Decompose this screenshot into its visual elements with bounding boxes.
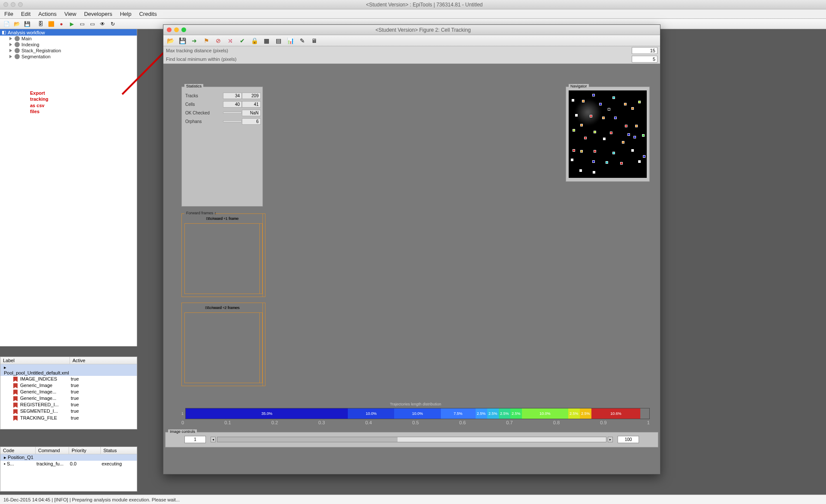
tree-item[interactable]: Segmentation — [0, 54, 137, 60]
param-input[interactable]: 15 — [632, 47, 657, 54]
statusbar: 16-Dec-2015 14:04:45 | [INFO] | Preparin… — [0, 495, 826, 504]
save-icon[interactable]: 💾 — [23, 20, 31, 28]
label-row-selected[interactable]: ▸ Pool_pool_Untitled_default.xml — [0, 364, 137, 376]
frame-lo-input[interactable]: 1 — [184, 436, 206, 443]
code-header: Code Command Priority Status — [0, 447, 137, 454]
fig-lock-icon[interactable]: 🔒 — [250, 36, 259, 45]
menu-edit[interactable]: Edit — [21, 11, 30, 17]
menu-help[interactable]: Help — [120, 11, 132, 17]
label-row[interactable]: TRACKING_FILEtrue — [0, 415, 137, 421]
menu-developers[interactable]: Developers — [84, 11, 112, 17]
fig-save-icon[interactable]: 💾 — [178, 36, 187, 45]
slider-right-arrow[interactable]: ▸ — [608, 437, 613, 442]
figure-toolbar: 📂 💾 ➜ ⚑ ⊘ ⤭ ✔ 🔒 ▦ ▤ 📊 ✎ 🖥 — [163, 35, 660, 46]
frame-slider[interactable] — [217, 437, 606, 442]
forward-frames-box: Forward frames Forward +1 frame — [181, 213, 265, 297]
menu-view[interactable]: View — [64, 11, 76, 17]
refresh-icon[interactable]: ↻ — [109, 20, 117, 28]
figure-params: Max tracking distance (pixels)15Find loc… — [163, 46, 660, 64]
label-row[interactable]: SEGMENTED_I...true — [0, 408, 137, 414]
label-row[interactable]: IMAGE_INDICEStrue — [0, 376, 137, 382]
label-row[interactable]: Generic_Image...true — [0, 395, 137, 402]
code-panel: Code Command Priority Status ▸ Position_… — [0, 447, 137, 492]
db-icon[interactable]: 🗄 — [37, 20, 45, 28]
fig-screen-icon[interactable]: 🖥 — [310, 36, 319, 45]
window1-icon[interactable]: ▭ — [78, 20, 86, 28]
label-panel: Label Active ▸ Pool_pool_Untitled_defaul… — [0, 357, 137, 429]
eye-icon[interactable]: 👁 — [99, 20, 106, 28]
fig-export-icon[interactable]: ➜ — [190, 36, 199, 45]
code-row-selected[interactable]: ▸ Position_Q1 — [0, 454, 137, 461]
figure-traffic[interactable] — [167, 27, 186, 32]
label-row[interactable]: Generic_Image...true — [0, 389, 137, 395]
forward-frames-box-2: Forward +2 frames — [181, 303, 265, 386]
fig-open-icon[interactable]: 📂 — [166, 36, 175, 45]
tree-item[interactable]: Main — [0, 36, 137, 42]
label-row[interactable]: REGISTERED_I...true — [0, 402, 137, 408]
figure-titlebar: <Student Version> Figure 2: Cell Trackin… — [163, 25, 660, 35]
fig-flag-icon[interactable]: ⚑ — [202, 36, 211, 45]
param-input[interactable]: 5 — [632, 56, 657, 63]
open-icon[interactable]: 📂 — [13, 20, 21, 28]
figure-window: <Student Version> Figure 2: Cell Trackin… — [163, 24, 660, 474]
fig-grid2-icon[interactable]: ▤ — [274, 36, 283, 45]
image-controls: Image controls 1 ◂ ▸ 100 — [165, 432, 658, 447]
menu-credits[interactable]: Credits — [139, 11, 157, 17]
slider-left-arrow[interactable]: ◂ — [211, 437, 216, 442]
menu-file[interactable]: File — [4, 11, 13, 17]
navigator-box: Navigator — [566, 87, 650, 182]
new-icon[interactable]: 📄 — [3, 20, 10, 28]
fig-chart-icon[interactable]: 📊 — [286, 36, 295, 45]
tree-item[interactable]: Stack_Registration — [0, 48, 137, 54]
code-row[interactable]: ▪ S... tracking_fu... 0.0 executing — [0, 461, 137, 467]
statistics-box: Statistics Tracks34209Cells4041OK Checke… — [181, 87, 263, 207]
label-row[interactable]: Generic_Imagetrue — [0, 382, 137, 389]
record-icon[interactable]: ● — [57, 20, 65, 28]
fig-grid1-icon[interactable]: ▦ — [262, 36, 271, 45]
main-plot[interactable] — [274, 87, 542, 387]
fig-check-icon[interactable]: ✔ — [238, 36, 247, 45]
fig-wand-icon[interactable]: ✎ — [298, 36, 307, 45]
module-icon[interactable]: 🟧 — [47, 20, 55, 28]
app-title: <Student Version> : EpiTools | 736314.81… — [23, 2, 826, 8]
traffic-lights[interactable] — [3, 2, 23, 7]
fig-stop-icon[interactable]: ⊘ — [214, 36, 223, 45]
annotation-text: Exporttrackingas csvfiles — [30, 90, 48, 114]
tree-item[interactable]: Indexing — [0, 42, 137, 48]
tree-header[interactable]: ◧Analysis workflow — [0, 29, 137, 36]
menubar: FileEditActionsViewDevelopersHelpCredits — [0, 9, 826, 19]
fig-shuffle-icon[interactable]: ⤭ — [226, 36, 235, 45]
distribution-chart: Trajectories length distribution 1 35.0%… — [181, 402, 650, 425]
main-titlebar: <Student Version> : EpiTools | 736314.81… — [0, 0, 826, 9]
frame-hi-input[interactable]: 100 — [618, 436, 639, 443]
figure-title: <Student Version> Figure 2: Cell Trackin… — [186, 27, 660, 33]
label-header: Label Active — [0, 357, 137, 364]
menu-actions[interactable]: Actions — [38, 11, 57, 17]
window2-icon[interactable]: ▭ — [88, 20, 96, 28]
play-icon[interactable]: ▶ — [68, 20, 75, 28]
tree-panel: ◧Analysis workflow Main Indexing Stack_R… — [0, 29, 137, 346]
navigator-image[interactable] — [569, 90, 647, 178]
